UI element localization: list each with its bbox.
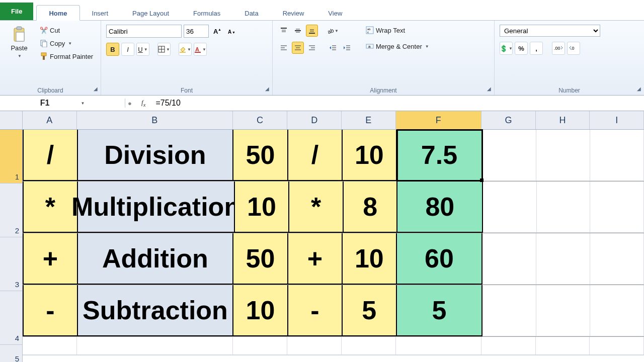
cell-B3[interactable]: Addition — [78, 233, 233, 285]
font-color-button[interactable]: A▼ — [194, 43, 207, 56]
orientation-button[interactable]: ab▼ — [327, 25, 339, 37]
cell-D4[interactable]: - — [288, 285, 343, 336]
align-top-button[interactable] — [278, 25, 290, 37]
font-name-combo[interactable] — [106, 25, 182, 38]
tab-home[interactable]: Home — [36, 5, 79, 21]
cell-H2[interactable] — [537, 182, 591, 233]
row-header-1[interactable]: 1 — [0, 130, 22, 184]
bold-button[interactable]: B — [106, 43, 119, 56]
tab-formulas[interactable]: Formulas — [181, 6, 232, 20]
cell-I1[interactable] — [590, 130, 644, 181]
cell-E4[interactable]: 5 — [343, 285, 397, 336]
percent-format-button[interactable]: % — [515, 42, 528, 55]
shrink-font-button[interactable]: A▼ — [225, 25, 237, 37]
row-header-2[interactable]: 2 — [0, 184, 22, 237]
fill-handle[interactable] — [480, 178, 484, 182]
cell-B4[interactable]: Subtraction — [78, 285, 233, 336]
cell-A3[interactable]: + — [23, 233, 78, 285]
align-bottom-button[interactable] — [306, 25, 318, 37]
cell-C1[interactable]: 50 — [233, 130, 288, 181]
cell-A5[interactable] — [23, 337, 77, 355]
cell-B5[interactable] — [77, 337, 233, 355]
cell-E2[interactable]: 8 — [344, 182, 398, 233]
cell-C2[interactable]: 10 — [235, 182, 290, 233]
fill-color-button[interactable]: ▼ — [179, 43, 192, 56]
merge-center-button[interactable]: a Merge & Center ▼ — [363, 41, 432, 52]
cell-D1[interactable]: / — [288, 130, 343, 181]
decrease-indent-button[interactable] — [327, 42, 339, 54]
cell-F4[interactable]: 5 — [397, 285, 482, 336]
cell-C5[interactable] — [233, 337, 288, 355]
cell-I4[interactable] — [590, 285, 644, 336]
cell-A2[interactable]: * — [23, 182, 78, 233]
col-header-C[interactable]: C — [233, 111, 288, 129]
cell-H5[interactable] — [536, 337, 590, 355]
col-header-A[interactable]: A — [23, 111, 77, 129]
tab-data[interactable]: Data — [232, 6, 270, 20]
accounting-format-button[interactable]: 💲▼ — [500, 42, 513, 55]
wrap-text-button[interactable]: abc Wrap Text — [363, 25, 432, 36]
cell-I5[interactable] — [590, 337, 644, 355]
row-header-3[interactable]: 3 — [0, 237, 22, 291]
col-header-G[interactable]: G — [481, 111, 536, 129]
cancel-icon[interactable]: ● — [125, 100, 134, 107]
cell-H1[interactable] — [536, 130, 590, 181]
dialog-launcher-icon[interactable]: ◢ — [265, 86, 269, 92]
tab-page-layout[interactable]: Page Layout — [120, 6, 181, 20]
cell-A1[interactable]: / — [23, 130, 78, 181]
align-center-button[interactable] — [292, 42, 304, 54]
format-painter-button[interactable]: Format Painter — [37, 51, 96, 62]
col-header-H[interactable]: H — [536, 111, 590, 129]
cell-I3[interactable] — [590, 233, 644, 285]
cell-G5[interactable] — [481, 337, 536, 355]
align-left-button[interactable] — [278, 42, 290, 54]
cell-G4[interactable] — [482, 285, 536, 336]
cell-F5[interactable] — [396, 337, 481, 355]
fx-icon[interactable]: fx — [134, 99, 152, 108]
cell-E5[interactable] — [342, 337, 396, 355]
cell-I2[interactable] — [590, 182, 644, 233]
cell-E3[interactable]: 10 — [343, 233, 397, 285]
formula-input[interactable] — [152, 98, 644, 109]
row-header-4[interactable]: 4 — [0, 291, 22, 345]
grow-font-button[interactable]: A▲ — [211, 25, 223, 37]
increase-decimal-button[interactable]: .00 — [552, 42, 565, 55]
col-header-F[interactable]: F — [396, 111, 481, 129]
italic-button[interactable]: I — [121, 43, 134, 56]
col-header-D[interactable]: D — [287, 111, 342, 129]
dialog-launcher-icon[interactable]: ◢ — [637, 86, 641, 92]
tab-review[interactable]: Review — [271, 6, 316, 20]
dialog-launcher-icon[interactable]: ◢ — [94, 86, 98, 92]
col-header-B[interactable]: B — [77, 111, 233, 129]
font-size-combo[interactable] — [184, 25, 209, 38]
cell-B2[interactable]: Multiplication — [78, 182, 235, 233]
cell-D3[interactable]: + — [288, 233, 343, 285]
dialog-launcher-icon[interactable]: ◢ — [487, 86, 491, 92]
cell-F2[interactable]: 80 — [397, 182, 483, 233]
select-all-corner[interactable] — [0, 111, 22, 130]
underline-button[interactable]: U▼ — [136, 43, 149, 56]
align-middle-button[interactable] — [292, 25, 304, 37]
col-header-I[interactable]: I — [590, 111, 644, 129]
cell-E1[interactable]: 10 — [343, 130, 397, 181]
cell-G2[interactable] — [483, 182, 537, 233]
cell-C4[interactable]: 10 — [233, 285, 288, 336]
comma-format-button[interactable]: , — [530, 42, 543, 55]
cell-F3[interactable]: 60 — [397, 233, 482, 285]
name-box[interactable]: F1 ▼ — [0, 99, 125, 108]
cell-H3[interactable] — [536, 233, 590, 285]
cell-H4[interactable] — [536, 285, 590, 336]
tab-view[interactable]: View — [316, 6, 354, 20]
cell-C3[interactable]: 50 — [233, 233, 288, 285]
cell-A4[interactable]: - — [23, 285, 78, 336]
number-format-combo[interactable]: General — [500, 25, 600, 37]
increase-indent-button[interactable] — [341, 42, 353, 54]
cell-D2[interactable]: * — [289, 182, 344, 233]
tab-insert[interactable]: Insert — [80, 6, 121, 20]
align-right-button[interactable] — [306, 42, 318, 54]
cell-F1[interactable]: 7.5 — [397, 130, 482, 181]
cell-B1[interactable]: Division — [78, 130, 233, 181]
cell-G3[interactable] — [482, 233, 536, 285]
tab-file[interactable]: File — [0, 3, 33, 20]
decrease-decimal-button[interactable]: .0 — [567, 42, 580, 55]
